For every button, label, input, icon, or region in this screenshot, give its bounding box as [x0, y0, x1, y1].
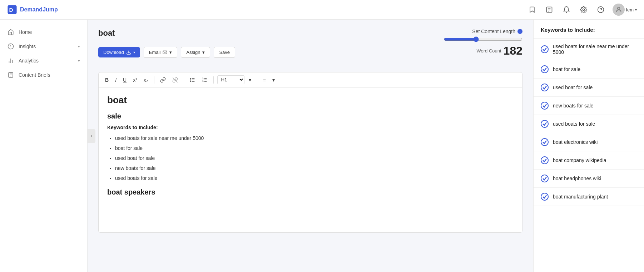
rte-sep-3	[213, 76, 214, 84]
keyword-text: used boats for sale near me under 5000	[553, 44, 637, 55]
assign-label: Assign	[186, 50, 200, 55]
download-button[interactable]: Download ▾	[98, 47, 140, 57]
keyword-check-icon	[541, 65, 549, 73]
editor-keyword-item: used boats for sale near me under 5000	[115, 133, 514, 143]
sidebar-item-insights[interactable]: Insights ▾	[0, 39, 87, 54]
rich-text-editor: B I U x² x₂ 1.2.3.	[98, 72, 522, 233]
user-avatar-wrap[interactable]: lem ▾	[613, 4, 637, 16]
align-button[interactable]: ≡	[261, 76, 268, 84]
bell-icon[interactable]	[561, 4, 572, 15]
underline-button[interactable]: U	[121, 76, 129, 84]
ordered-list-icon: 1.2.3.	[202, 77, 208, 83]
svg-point-27	[190, 80, 191, 80]
keyword-text: boat electronics wiki	[553, 139, 598, 145]
editor-keyword-item: used boat for sale	[115, 153, 514, 163]
keyword-item[interactable]: boat manufacturing plant	[534, 188, 644, 206]
content-length-info-icon[interactable]: i	[517, 29, 522, 34]
link-button[interactable]	[158, 76, 168, 84]
logo[interactable]: D DemandJump	[7, 5, 58, 15]
logo-icon: D	[7, 5, 17, 15]
keywords-list-container: used boats for sale near me under 5000 b…	[534, 39, 644, 206]
insights-arrow: ▾	[78, 44, 80, 49]
assign-caret: ▾	[202, 50, 205, 55]
keyword-item[interactable]: used boats for sale	[534, 115, 644, 133]
email-label: Email	[149, 50, 161, 55]
content-length-slider[interactable]	[444, 36, 522, 42]
rte-sep-4	[257, 76, 257, 84]
keyword-check-icon	[541, 156, 549, 164]
svg-point-26	[190, 78, 191, 79]
italic-button[interactable]: I	[113, 76, 119, 84]
keyword-text: new boats for sale	[553, 103, 594, 109]
toolbar-row: Download ▾ Email ▾ Assign ▾ Save	[98, 47, 235, 58]
editor-keyword-item: used boats for sale	[115, 173, 514, 183]
rte-toolbar: B I U x² x₂ 1.2.3.	[99, 72, 522, 87]
keyword-check-icon	[541, 45, 549, 53]
keyword-item[interactable]: used boats for sale near me under 5000	[534, 39, 644, 60]
right-panel-title: Keywords to Include:	[534, 27, 644, 39]
underline-icon: U	[123, 77, 127, 83]
ordered-list-button[interactable]: 1.2.3.	[200, 76, 210, 84]
heading-caret-button[interactable]: ▾	[247, 76, 253, 84]
editor-area: boat Download ▾ Email ▾ Assign ▾	[88, 20, 533, 272]
unlink-button[interactable]	[170, 76, 180, 84]
keyword-item[interactable]: boat for sale	[534, 60, 644, 79]
svg-point-9	[618, 7, 620, 10]
heading-select[interactable]: H1H2H3Normal	[217, 75, 244, 84]
content-length-panel: Set Content Length i Word Count 182	[444, 29, 522, 57]
keyword-check-icon	[541, 193, 549, 201]
keyword-item[interactable]: used boat for sale	[534, 79, 644, 97]
sidebar-collapse-button[interactable]: ‹	[88, 129, 95, 143]
sidebar-item-content-briefs[interactable]: Content Briefs	[0, 68, 87, 82]
right-panel: Keywords to Include: used boats for sale…	[533, 20, 644, 272]
superscript-button[interactable]: x²	[131, 76, 139, 84]
keyword-item[interactable]: new boats for sale	[534, 97, 644, 115]
content-briefs-icon	[7, 71, 14, 79]
rte-sep-1	[154, 76, 154, 84]
email-caret: ▾	[169, 50, 172, 55]
rte-sep-2	[184, 76, 184, 84]
help-icon[interactable]	[595, 4, 606, 15]
rte-body[interactable]: boat sale Keywords to Include: used boat…	[99, 87, 522, 230]
sidebar-home-label: Home	[19, 29, 80, 35]
keywords-section: Keywords to Include: used boats for sale…	[107, 125, 514, 183]
keyword-item[interactable]: boat headphones wiki	[534, 170, 644, 188]
sidebar-item-home[interactable]: Home	[0, 25, 87, 39]
bookmark-icon[interactable]	[527, 4, 538, 15]
top-controls-left: boat Download ▾ Email ▾ Assign ▾	[98, 29, 235, 65]
align-caret-button[interactable]: ▾	[270, 76, 277, 84]
user-name: lem	[626, 7, 634, 12]
keyword-text: used boats for sale	[553, 121, 595, 127]
bold-icon: B	[105, 77, 109, 83]
download-icon	[126, 50, 131, 55]
assign-button[interactable]: Assign ▾	[181, 47, 210, 58]
subscript-button[interactable]: x₂	[142, 76, 150, 84]
editor-keyword-item: new boats for sale	[115, 163, 514, 173]
sidebar: Home Insights ▾ Analytics ▾ Content Brie…	[0, 20, 88, 272]
document-icon[interactable]	[544, 4, 555, 15]
keyword-text: boat company wikipedia	[553, 157, 606, 163]
word-count-row: Word Count 182	[476, 44, 522, 57]
svg-point-28	[190, 81, 191, 82]
top-controls-row: boat Download ▾ Email ▾ Assign ▾	[98, 29, 522, 65]
word-count-value: 182	[504, 44, 522, 57]
topnav-actions: lem ▾	[527, 4, 637, 16]
editor-heading3: boat speakers	[107, 188, 514, 196]
superscript-icon: x²	[133, 77, 137, 83]
subscript-icon: x₂	[144, 77, 148, 83]
sidebar-content-briefs-label: Content Briefs	[19, 72, 80, 78]
sidebar-item-analytics[interactable]: Analytics ▾	[0, 54, 87, 68]
email-button[interactable]: Email ▾	[144, 47, 178, 58]
keyword-check-icon	[541, 84, 549, 91]
keyword-item[interactable]: boat company wikipedia	[534, 151, 644, 170]
keyword-item[interactable]: boat electronics wiki	[534, 133, 644, 151]
keyword-check-icon	[541, 138, 549, 146]
keywords-section-title: Keywords to Include:	[107, 125, 514, 130]
settings-icon[interactable]	[578, 4, 589, 15]
bold-button[interactable]: B	[103, 76, 111, 84]
word-count-label: Word Count	[476, 48, 501, 54]
sidebar-insights-label: Insights	[19, 44, 74, 49]
unordered-list-button[interactable]	[188, 76, 198, 84]
logo-text: DemandJump	[20, 6, 58, 13]
save-button[interactable]: Save	[214, 47, 235, 58]
